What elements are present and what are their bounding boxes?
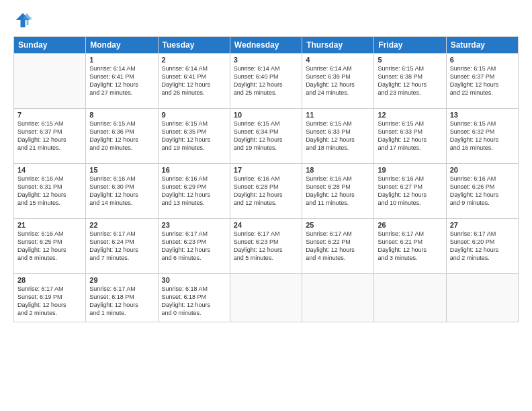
calendar-cell: 26Sunrise: 6:17 AM Sunset: 6:21 PM Dayli…: [374, 219, 446, 274]
calendar-cell: 30Sunrise: 6:18 AM Sunset: 6:18 PM Dayli…: [158, 274, 230, 322]
day-info: Sunrise: 6:17 AM Sunset: 6:18 PM Dayligh…: [89, 285, 154, 318]
day-number: 27: [450, 221, 515, 229]
day-number: 1: [89, 56, 154, 64]
day-info: Sunrise: 6:15 AM Sunset: 6:37 PM Dayligh…: [17, 120, 82, 152]
day-info: Sunrise: 6:15 AM Sunset: 6:37 PM Dayligh…: [450, 64, 515, 97]
calendar-cell: 4Sunrise: 6:14 AM Sunset: 6:39 PM Daylig…: [302, 54, 374, 109]
calendar-cell: 1Sunrise: 6:14 AM Sunset: 6:41 PM Daylig…: [86, 54, 158, 109]
day-info: Sunrise: 6:16 AM Sunset: 6:26 PM Dayligh…: [450, 175, 515, 208]
calendar-cell: 23Sunrise: 6:17 AM Sunset: 6:23 PM Dayli…: [158, 219, 230, 274]
day-number: 26: [378, 221, 442, 229]
day-number: 23: [162, 221, 226, 229]
calendar-week-row: 21Sunrise: 6:16 AM Sunset: 6:25 PM Dayli…: [14, 219, 519, 274]
calendar-cell: [446, 274, 518, 322]
day-info: Sunrise: 6:16 AM Sunset: 6:29 PM Dayligh…: [162, 175, 226, 208]
calendar-cell: 9Sunrise: 6:15 AM Sunset: 6:35 PM Daylig…: [158, 109, 230, 164]
day-info: Sunrise: 6:16 AM Sunset: 6:31 PM Dayligh…: [17, 175, 82, 208]
day-info: Sunrise: 6:18 AM Sunset: 6:18 PM Dayligh…: [162, 285, 226, 318]
day-number: 12: [378, 111, 442, 119]
calendar-cell: 17Sunrise: 6:16 AM Sunset: 6:28 PM Dayli…: [230, 164, 302, 219]
calendar-cell: 11Sunrise: 6:15 AM Sunset: 6:33 PM Dayli…: [302, 109, 374, 164]
calendar-week-row: 7Sunrise: 6:15 AM Sunset: 6:37 PM Daylig…: [14, 109, 519, 164]
calendar-cell: 2Sunrise: 6:14 AM Sunset: 6:41 PM Daylig…: [158, 54, 230, 109]
page: SundayMondayTuesdayWednesdayThursdayFrid…: [0, 0, 532, 411]
day-info: Sunrise: 6:16 AM Sunset: 6:30 PM Dayligh…: [89, 175, 154, 208]
day-number: 9: [162, 111, 226, 119]
day-number: 13: [450, 111, 515, 119]
day-info: Sunrise: 6:16 AM Sunset: 6:28 PM Dayligh…: [306, 175, 370, 208]
day-number: 11: [306, 111, 370, 119]
calendar-header-row: SundayMondayTuesdayWednesdayThursdayFrid…: [14, 37, 519, 54]
calendar-cell: 8Sunrise: 6:15 AM Sunset: 6:36 PM Daylig…: [86, 109, 158, 164]
calendar-cell: [14, 54, 86, 109]
day-number: 24: [234, 221, 298, 229]
logo: [13, 11, 35, 30]
day-number: 4: [306, 56, 370, 64]
day-info: Sunrise: 6:17 AM Sunset: 6:22 PM Dayligh…: [306, 230, 370, 263]
calendar-week-row: 14Sunrise: 6:16 AM Sunset: 6:31 PM Dayli…: [14, 164, 519, 219]
day-info: Sunrise: 6:14 AM Sunset: 6:41 PM Dayligh…: [89, 64, 154, 97]
day-number: 5: [378, 56, 442, 64]
day-number: 16: [162, 166, 226, 174]
calendar-cell: [374, 274, 446, 322]
day-number: 18: [306, 166, 370, 174]
calendar-cell: 27Sunrise: 6:17 AM Sunset: 6:20 PM Dayli…: [446, 219, 518, 274]
calendar-day-header: Wednesday: [230, 37, 302, 54]
day-info: Sunrise: 6:16 AM Sunset: 6:25 PM Dayligh…: [17, 230, 82, 263]
calendar-cell: 12Sunrise: 6:15 AM Sunset: 6:33 PM Dayli…: [374, 109, 446, 164]
day-info: Sunrise: 6:14 AM Sunset: 6:39 PM Dayligh…: [306, 64, 370, 97]
calendar-cell: 15Sunrise: 6:16 AM Sunset: 6:30 PM Dayli…: [86, 164, 158, 219]
day-number: 2: [162, 56, 226, 64]
calendar-cell: 25Sunrise: 6:17 AM Sunset: 6:22 PM Dayli…: [302, 219, 374, 274]
day-number: 25: [306, 221, 370, 229]
calendar-day-header: Thursday: [302, 37, 374, 54]
day-info: Sunrise: 6:15 AM Sunset: 6:35 PM Dayligh…: [162, 120, 226, 152]
calendar-day-header: Sunday: [14, 37, 86, 54]
calendar-day-header: Saturday: [446, 37, 518, 54]
day-number: 30: [162, 276, 226, 284]
day-number: 14: [17, 166, 82, 174]
day-info: Sunrise: 6:15 AM Sunset: 6:38 PM Dayligh…: [378, 64, 442, 97]
calendar-cell: 10Sunrise: 6:15 AM Sunset: 6:34 PM Dayli…: [230, 109, 302, 164]
day-info: Sunrise: 6:15 AM Sunset: 6:34 PM Dayligh…: [234, 120, 298, 152]
day-number: 7: [17, 111, 82, 119]
calendar-cell: 3Sunrise: 6:14 AM Sunset: 6:40 PM Daylig…: [230, 54, 302, 109]
day-number: 10: [234, 111, 298, 119]
calendar-cell: 7Sunrise: 6:15 AM Sunset: 6:37 PM Daylig…: [14, 109, 86, 164]
day-info: Sunrise: 6:16 AM Sunset: 6:28 PM Dayligh…: [234, 175, 298, 208]
day-number: 20: [450, 166, 515, 174]
day-info: Sunrise: 6:16 AM Sunset: 6:27 PM Dayligh…: [378, 175, 442, 208]
calendar-cell: [230, 274, 302, 322]
calendar-cell: 20Sunrise: 6:16 AM Sunset: 6:26 PM Dayli…: [446, 164, 518, 219]
day-info: Sunrise: 6:17 AM Sunset: 6:20 PM Dayligh…: [450, 230, 515, 263]
calendar-table: SundayMondayTuesdayWednesdayThursdayFrid…: [13, 36, 519, 322]
day-number: 21: [17, 221, 82, 229]
calendar-cell: 5Sunrise: 6:15 AM Sunset: 6:38 PM Daylig…: [374, 54, 446, 109]
calendar-cell: 18Sunrise: 6:16 AM Sunset: 6:28 PM Dayli…: [302, 164, 374, 219]
calendar-cell: 28Sunrise: 6:17 AM Sunset: 6:19 PM Dayli…: [14, 274, 86, 322]
calendar-cell: 22Sunrise: 6:17 AM Sunset: 6:24 PM Dayli…: [86, 219, 158, 274]
calendar-cell: 21Sunrise: 6:16 AM Sunset: 6:25 PM Dayli…: [14, 219, 86, 274]
day-info: Sunrise: 6:15 AM Sunset: 6:36 PM Dayligh…: [89, 120, 154, 152]
day-info: Sunrise: 6:17 AM Sunset: 6:23 PM Dayligh…: [234, 230, 298, 263]
calendar-week-row: 28Sunrise: 6:17 AM Sunset: 6:19 PM Dayli…: [14, 274, 519, 322]
calendar-cell: 13Sunrise: 6:15 AM Sunset: 6:32 PM Dayli…: [446, 109, 518, 164]
day-number: 17: [234, 166, 298, 174]
day-info: Sunrise: 6:17 AM Sunset: 6:19 PM Dayligh…: [17, 285, 82, 318]
day-number: 22: [89, 221, 154, 229]
calendar-cell: 14Sunrise: 6:16 AM Sunset: 6:31 PM Dayli…: [14, 164, 86, 219]
calendar-day-header: Friday: [374, 37, 446, 54]
calendar-cell: 19Sunrise: 6:16 AM Sunset: 6:27 PM Dayli…: [374, 164, 446, 219]
day-info: Sunrise: 6:14 AM Sunset: 6:41 PM Dayligh…: [162, 64, 226, 97]
day-info: Sunrise: 6:17 AM Sunset: 6:23 PM Dayligh…: [162, 230, 226, 263]
logo-icon: [13, 11, 32, 30]
day-info: Sunrise: 6:15 AM Sunset: 6:33 PM Dayligh…: [306, 120, 370, 152]
calendar-week-row: 1Sunrise: 6:14 AM Sunset: 6:41 PM Daylig…: [14, 54, 519, 109]
day-number: 6: [450, 56, 515, 64]
day-number: 19: [378, 166, 442, 174]
calendar-day-header: Tuesday: [158, 37, 230, 54]
header: [13, 11, 519, 30]
day-info: Sunrise: 6:17 AM Sunset: 6:21 PM Dayligh…: [378, 230, 442, 263]
calendar-day-header: Monday: [86, 37, 158, 54]
day-number: 28: [17, 276, 82, 284]
